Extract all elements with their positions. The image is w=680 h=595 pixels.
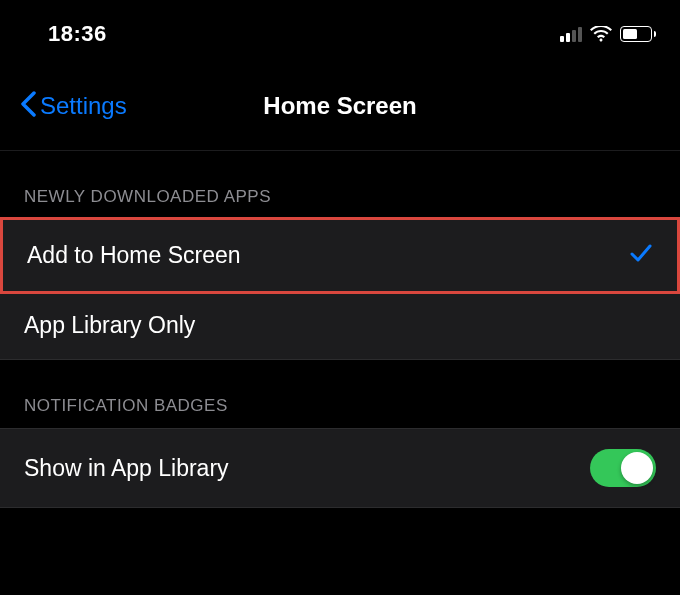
option-label: Show in App Library xyxy=(24,455,229,482)
battery-fill xyxy=(623,29,637,39)
notification-badges-list: Show in App Library xyxy=(0,428,680,508)
toggle-show-in-app-library[interactable] xyxy=(590,449,656,487)
section-header-notification-badges: NOTIFICATION BADGES xyxy=(0,360,680,428)
status-bar: 18:36 xyxy=(0,0,680,60)
wifi-icon xyxy=(590,26,612,42)
toggle-knob xyxy=(621,452,653,484)
option-label: Add to Home Screen xyxy=(27,242,241,269)
cellular-signal-icon xyxy=(560,26,582,42)
option-add-to-home-screen[interactable]: Add to Home Screen xyxy=(0,217,680,294)
option-label: App Library Only xyxy=(24,312,195,339)
checkmark-icon xyxy=(629,240,653,271)
nav-bar: Settings Home Screen xyxy=(0,60,680,151)
status-time: 18:36 xyxy=(48,21,107,47)
page-title: Home Screen xyxy=(263,92,416,120)
option-app-library-only[interactable]: App Library Only xyxy=(0,291,680,359)
back-label: Settings xyxy=(40,92,127,120)
newly-downloaded-list: Add to Home Screen App Library Only xyxy=(0,219,680,360)
section-header-newly-downloaded: NEWLY DOWNLOADED APPS xyxy=(0,151,680,219)
option-show-in-app-library[interactable]: Show in App Library xyxy=(0,429,680,507)
battery-icon xyxy=(620,26,656,42)
chevron-left-icon xyxy=(20,90,36,122)
back-button[interactable]: Settings xyxy=(20,90,127,122)
status-indicators xyxy=(560,26,656,42)
